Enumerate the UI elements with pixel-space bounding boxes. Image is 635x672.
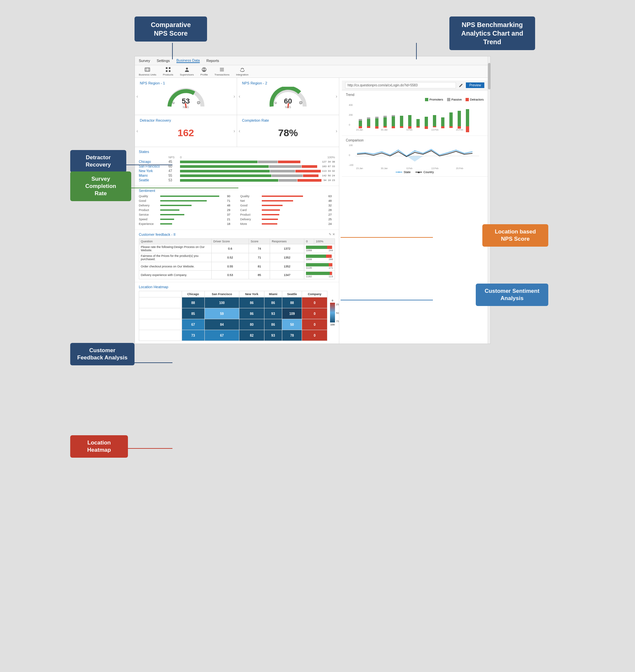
svg-rect-31 (433, 115, 436, 127)
svg-rect-54 (466, 126, 469, 132)
feedback-table: Question Driver Score Score Responses 0 … (139, 238, 335, 279)
feedback-header-responses: Responses (270, 239, 304, 244)
heatmap-row-1: 8. [Q31] Delivery experience with Vista.… (139, 298, 327, 308)
svg-rect-25 (384, 117, 387, 127)
gauge-region-1: ☺ ☹ 53 NPS (140, 85, 232, 111)
region2-nav-right[interactable]: › (336, 94, 337, 99)
sent-left-experience: Experience 18 (139, 222, 234, 225)
svg-text:20.Feb: 20.Feb (456, 129, 463, 131)
heatmap-row-2: 7. [Q30] Order checkout process on Vist.… (139, 308, 327, 319)
svg-rect-47 (408, 126, 412, 129)
preview-button[interactable]: Preview (466, 82, 484, 88)
svg-rect-6 (169, 70, 171, 72)
main-container: Comparative NPS Score NPS Benchmarking A… (0, 0, 635, 672)
url-bar: Preview (342, 81, 488, 90)
nav-business-data[interactable]: Business Data (176, 58, 200, 63)
feedback-row-2: Fairness of the Prices for the product(s… (139, 253, 335, 262)
svg-text:13.Feb: 13.Feb (431, 167, 438, 170)
feedback-header-question: Question (139, 239, 212, 244)
svg-rect-23 (367, 119, 370, 127)
feedback-header-driver: Driver Score (212, 239, 249, 244)
svg-text:-100: -100 (349, 164, 353, 166)
svg-rect-50 (433, 126, 436, 127)
feedback-header-0: 0 (304, 239, 314, 244)
sent-right-product: Product 27 (240, 213, 335, 216)
nav-reports[interactable]: Reports (206, 59, 219, 63)
svg-rect-32 (441, 117, 444, 127)
svg-rect-26 (392, 116, 395, 127)
svg-text:23.Jan: 23.Jan (356, 167, 363, 170)
nav-settings[interactable]: Settings (157, 59, 170, 63)
gauge-region-2: ☺ ☹ 60 NPS (242, 85, 334, 111)
sentiment-section: Sentiment Quality 90 Good (135, 186, 339, 230)
trend-section: Trend Promoters Passive (342, 90, 488, 136)
annotation-nps-bench: NPS Benchmarking Analytics Chart and Tre… (450, 17, 535, 50)
svg-rect-27 (400, 116, 403, 127)
annotation-feedback: Customer Feedback Analysis (70, 343, 134, 365)
nav-products[interactable]: Products (163, 67, 173, 76)
nav-business-units[interactable]: Business Units (139, 67, 156, 76)
metric2-nav-right[interactable]: › (336, 128, 337, 133)
trend-legend: Promoters Passive Detractors (346, 98, 484, 101)
metric2-nav-left[interactable]: ‹ (239, 128, 240, 133)
nav-transactions[interactable]: Transactions (214, 67, 229, 76)
metric-completion: Completion Rate ‹ › 78% (237, 115, 339, 147)
svg-rect-51 (441, 126, 444, 128)
svg-text:☹: ☹ (299, 101, 302, 105)
comparison-section: Comparison 100 0 -100 (342, 136, 488, 177)
svg-text:0: 0 (349, 154, 350, 156)
nav-integration[interactable]: Integration (236, 67, 248, 76)
annotation-comparative: Comparative NPS Score (134, 17, 207, 42)
sent-right-more: More 24 (240, 222, 335, 225)
svg-rect-5 (166, 70, 168, 72)
svg-text:☹: ☹ (197, 101, 200, 105)
sent-right-net: Net 48 (240, 199, 335, 202)
svg-text:23.Jan: 23.Jan (356, 129, 363, 131)
dashboard-panel: Survey Settings Business Data Reports Bu… (134, 56, 490, 344)
sent-left-product: Product 29 (139, 209, 234, 212)
sent-right-quality: Quality 63 (240, 195, 335, 198)
sent-left-service: Service 37 (139, 213, 234, 216)
region1-nav-left[interactable]: ‹ (136, 94, 138, 99)
heatmap-table: Chicago San Francisco New York Miami Sea… (139, 291, 327, 341)
svg-rect-38 (375, 117, 378, 118)
dashboard-wrapper: Comparative NPS Score NPS Benchmarking A… (70, 13, 565, 659)
url-input[interactable] (345, 82, 456, 88)
nps-regions-row: NPS Region - 1 ‹ › (135, 78, 339, 115)
svg-rect-35 (466, 109, 469, 127)
state-row-sf: San Francisco 60 183 67 33 (139, 165, 335, 168)
region2-nav-left[interactable]: ‹ (239, 94, 240, 99)
svg-rect-45 (392, 126, 395, 128)
svg-text:6.Feb: 6.Feb (407, 167, 413, 170)
svg-rect-43 (375, 126, 378, 129)
svg-rect-39 (384, 116, 387, 117)
state-row-miami: Miami 55 142 50 24 (139, 174, 335, 177)
region1-nav-right[interactable]: › (234, 94, 235, 99)
nav-supervisors[interactable]: Supervisors (180, 67, 194, 76)
annotation-survey: Survey Completion Rate (70, 171, 131, 201)
svg-point-9 (203, 68, 205, 70)
annotation-location: Location based NPS Score (482, 224, 548, 247)
nav-profile[interactable]: Profile (200, 67, 208, 76)
svg-rect-36 (359, 119, 362, 121)
nav-survey[interactable]: Survey (139, 59, 150, 63)
svg-text:13.Feb: 13.Feb (431, 129, 438, 131)
annotation-sentiment: Customer Sentiment Analysis (476, 284, 548, 306)
feedback-row-1: Please rate the following:Design Process… (139, 244, 335, 253)
feedback-edit-icon[interactable]: ✎ ✕ (329, 233, 335, 236)
svg-rect-41 (359, 126, 362, 128)
sent-left-delivery: Delivery 48 (139, 204, 234, 207)
state-row-seattle: Seattle 53 94 18 23 (139, 178, 335, 182)
svg-text:200: 200 (349, 114, 353, 116)
svg-rect-3 (166, 67, 168, 69)
edit-icon[interactable] (459, 83, 463, 88)
right-column: Preview Trend Promoters Passiv (339, 78, 490, 344)
svg-rect-48 (416, 126, 420, 128)
metric1-nav-left[interactable]: ‹ (136, 128, 138, 133)
state-row-chicago: Chicago 45 127 34 38 (139, 160, 335, 164)
svg-text:20.Feb: 20.Feb (456, 167, 463, 170)
svg-rect-49 (425, 126, 428, 129)
metric1-nav-right[interactable]: › (234, 128, 235, 133)
svg-rect-42 (367, 126, 370, 128)
states-section: States NPS 0 100% Chicago 45 (135, 147, 339, 186)
